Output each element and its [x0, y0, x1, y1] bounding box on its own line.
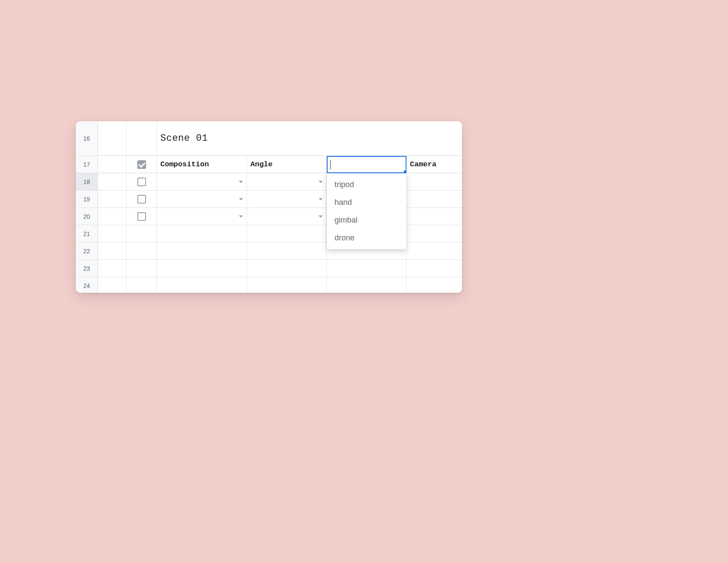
row-number[interactable]: 18 — [76, 173, 98, 191]
checkbox-cell[interactable] — [127, 173, 157, 191]
row-number[interactable]: 21 — [76, 225, 98, 243]
cell-blank[interactable] — [247, 243, 327, 260]
cell-blank[interactable] — [327, 260, 406, 277]
composition-dropdown-cell[interactable] — [157, 208, 247, 225]
chevron-down-icon — [318, 215, 323, 217]
support-dropdown-popup: tripod hand gimbal drone — [327, 173, 406, 249]
cell-blank[interactable] — [406, 260, 462, 277]
cell-blank[interactable] — [98, 208, 127, 225]
row-number[interactable]: 24 — [76, 277, 98, 293]
cell-blank[interactable] — [98, 156, 127, 173]
active-cell-support[interactable] — [327, 156, 406, 173]
chevron-down-icon — [318, 181, 323, 183]
chevron-down-icon — [239, 215, 243, 217]
angle-dropdown-cell[interactable] — [247, 191, 327, 208]
cell-blank[interactable] — [98, 260, 127, 277]
cell-blank[interactable] — [127, 121, 157, 156]
cell-blank[interactable] — [127, 260, 157, 277]
cell-blank[interactable] — [406, 277, 462, 293]
checkbox-cell[interactable] — [127, 208, 157, 225]
cell-blank[interactable] — [157, 260, 247, 277]
column-header-angle[interactable]: Angle — [247, 156, 327, 173]
column-header-camera[interactable]: Camera — [406, 156, 462, 173]
checkbox-unchecked-icon[interactable] — [137, 195, 146, 204]
checkbox-cell[interactable] — [127, 156, 157, 173]
row-number[interactable]: 16 — [76, 121, 98, 156]
composition-dropdown-cell[interactable] — [157, 191, 247, 208]
chevron-down-icon — [318, 198, 323, 200]
cell-blank[interactable] — [157, 277, 247, 293]
cell-blank[interactable] — [127, 225, 157, 243]
row-number[interactable]: 22 — [76, 243, 98, 260]
cell-blank[interactable] — [98, 243, 127, 260]
cell-blank[interactable] — [327, 277, 406, 293]
dropdown-option-tripod[interactable]: tripod — [327, 176, 406, 194]
cell-blank[interactable] — [406, 243, 462, 260]
spreadsheet-panel: 16 Scene 01 17 Composition Angle Support… — [76, 121, 462, 293]
cell-blank[interactable] — [247, 277, 327, 293]
cell-blank[interactable] — [98, 277, 127, 293]
row-number[interactable]: 23 — [76, 260, 98, 277]
cell-blank[interactable] — [157, 243, 247, 260]
cell-blank[interactable] — [98, 225, 127, 243]
row-number[interactable]: 19 — [76, 191, 98, 208]
row-number[interactable]: 20 — [76, 208, 98, 225]
row-number[interactable]: 17 — [76, 156, 98, 173]
cell-blank[interactable] — [98, 173, 127, 191]
cell-blank[interactable] — [247, 260, 327, 277]
dropdown-option-gimbal[interactable]: gimbal — [327, 211, 406, 229]
cell-blank[interactable] — [247, 225, 327, 243]
composition-dropdown-cell[interactable] — [157, 173, 247, 191]
angle-dropdown-cell[interactable] — [247, 208, 327, 225]
scene-title-cell[interactable]: Scene 01 — [157, 121, 462, 156]
cell-blank[interactable] — [157, 225, 247, 243]
text-caret-icon — [330, 160, 331, 169]
cell-blank[interactable] — [127, 277, 157, 293]
checkbox-checked-icon[interactable] — [137, 160, 146, 169]
camera-cell[interactable] — [406, 191, 462, 208]
angle-dropdown-cell[interactable] — [247, 173, 327, 191]
cell-blank[interactable] — [98, 121, 127, 156]
dropdown-option-drone[interactable]: drone — [327, 229, 406, 247]
chevron-down-icon — [239, 198, 243, 200]
chevron-down-icon — [239, 181, 243, 183]
dropdown-option-hand[interactable]: hand — [327, 194, 406, 211]
checkbox-cell[interactable] — [127, 191, 157, 208]
camera-cell[interactable] — [406, 173, 462, 191]
checkbox-unchecked-icon[interactable] — [137, 178, 146, 186]
cell-blank[interactable] — [127, 243, 157, 260]
column-header-composition[interactable]: Composition — [157, 156, 247, 173]
cell-blank[interactable] — [406, 225, 462, 243]
camera-cell[interactable] — [406, 208, 462, 225]
cell-blank[interactable] — [98, 191, 127, 208]
checkbox-unchecked-icon[interactable] — [137, 212, 146, 221]
